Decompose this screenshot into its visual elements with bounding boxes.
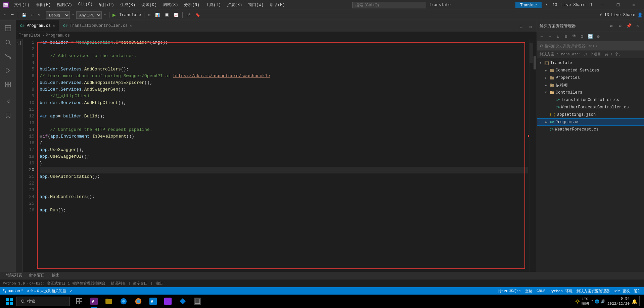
tab-translation-controller[interactable]: C# TranslationController.cs ✕ [59, 20, 136, 32]
tab-output[interactable]: 输出 [48, 272, 63, 279]
menu-debug[interactable]: 调试(D) [139, 1, 159, 8]
toolbar-perf[interactable]: 📊 [153, 12, 162, 18]
toolbar-git[interactable]: ⎇ [184, 12, 193, 18]
weather-info[interactable]: 1°C 晴朗 [575, 297, 589, 306]
tray-volume[interactable]: 🔊 [601, 299, 605, 304]
menu-edit[interactable]: 编辑(E) [33, 1, 54, 8]
maximize-button[interactable]: □ [610, 0, 626, 10]
status-line[interactable]: 行:20 字符:1 [498, 289, 521, 294]
menu-project[interactable]: 项目(P) [96, 1, 117, 8]
se-filter[interactable]: ⊡ [579, 33, 586, 40]
status-git[interactable]: master* [3, 289, 23, 293]
breadcrumb-translate[interactable]: Translate [19, 33, 41, 38]
taskbar-search-box[interactable]: 搜索 [16, 297, 70, 306]
tab-program-cs-close[interactable]: ✕ [53, 24, 55, 28]
activity-bookmark[interactable] [1, 109, 15, 122]
se-tree[interactable]: ▼ S Translate ▶ Connected Services ▶ Pro… [537, 58, 644, 272]
minimap-slider[interactable] [530, 43, 533, 63]
menu-window[interactable]: 窗口(W) [245, 1, 266, 8]
se-sync-active[interactable]: 🔄 [587, 33, 594, 40]
breadcrumb-file[interactable]: Program.cs [46, 33, 70, 38]
show-desktop[interactable] [639, 296, 641, 306]
toolbar-attach[interactable]: ⊞ [146, 12, 152, 18]
se-sync-btn[interactable]: ⇄ [608, 22, 615, 30]
notification-bell[interactable]: 🔔 [632, 299, 637, 304]
menu-bar[interactable]: 文件(F) 编辑(E) 视图(V) Git(G) 项目(P) 生成(B) 调试(… [11, 1, 288, 8]
minimap[interactable] [529, 39, 533, 272]
menu-analyze[interactable]: 分析(N) [181, 1, 202, 8]
menu-extensions[interactable]: 扩展(X) [224, 1, 245, 8]
menu-file[interactable]: 文件(F) [11, 1, 32, 8]
taskbar-black[interactable] [191, 295, 204, 308]
se-collapse[interactable]: ⊟ [562, 33, 570, 40]
status-python[interactable]: Python 环境 [549, 289, 572, 294]
tree-item-weather-forecast[interactable]: C# WeatherForecast.cs [537, 126, 644, 133]
menu-git[interactable]: Git(G) [76, 1, 95, 8]
status-crlf[interactable]: CRLF [537, 289, 545, 294]
taskbar-firefox[interactable] [132, 295, 145, 308]
bottom-error-list[interactable]: 错误列表 [111, 281, 126, 286]
toolbar-account[interactable]: 👤 [637, 12, 643, 18]
tree-item-weather-controller[interactable]: C# WeatherForecastController.cs [537, 104, 644, 111]
toolbar-redo[interactable]: ↪ [36, 12, 42, 18]
se-properties-btn[interactable]: ⚙ [616, 22, 624, 30]
activity-run[interactable] [1, 64, 15, 77]
tree-item-controllers[interactable]: ▼ Controllers [537, 89, 644, 96]
status-check[interactable]: ✓ [70, 289, 73, 293]
toolbar-save-all[interactable]: 💾 [20, 12, 29, 18]
menu-test[interactable]: 测试(S) [160, 1, 181, 8]
system-tray[interactable]: ⌃ 🌐 🔊 [591, 299, 605, 304]
se-back[interactable]: ← [538, 33, 546, 40]
scrollbar-thumb[interactable] [534, 56, 536, 69]
se-forward[interactable]: → [546, 33, 554, 40]
se-close-btn[interactable]: ✕ [634, 22, 641, 30]
toolbar-bookmark[interactable]: 🔖 [193, 12, 202, 18]
menu-view[interactable]: 视图(V) [54, 1, 75, 8]
tree-item-properties[interactable]: ▶ Properties [537, 74, 644, 82]
taskbar-task-view[interactable] [73, 295, 86, 308]
editor-container[interactable]: {} 1 2 3 4 5 6 7 8 9 10 11 12 13 [16, 39, 537, 272]
tab-command[interactable]: 命令窗口 [26, 272, 48, 279]
se-search-input[interactable] [545, 44, 641, 48]
se-pin-btn[interactable]: 📌 [625, 22, 633, 30]
activity-extensions[interactable] [1, 78, 15, 91]
tree-item-translation-controller[interactable]: C# TranslationController.cs [537, 96, 644, 104]
toolbar-undo[interactable]: ↩ [29, 12, 36, 18]
debug-config-dropdown[interactable]: Debug Release [46, 11, 70, 19]
activity-search[interactable] [1, 36, 15, 49]
status-selection[interactable]: 空格 [525, 289, 533, 294]
se-refresh[interactable]: ↻ [554, 33, 562, 40]
tab-program-cs[interactable]: C# Program.cs ✕ [16, 20, 59, 32]
run-label[interactable]: Translate [118, 13, 142, 17]
start-button[interactable] [3, 295, 16, 308]
activity-live-share[interactable] [1, 95, 15, 108]
tree-item-connected-services[interactable]: ▶ Connected Services [537, 67, 644, 74]
tree-item-translate[interactable]: ▼ S Translate [537, 59, 644, 67]
status-notify[interactable]: 通知 [634, 289, 641, 294]
taskbar-file-explorer[interactable] [102, 295, 116, 308]
clock[interactable]: 9:54 2022/12/20 [607, 296, 630, 307]
ls-text[interactable]: Live Share [611, 13, 635, 17]
translate-button[interactable]: Translate [515, 2, 542, 8]
status-se-btn[interactable]: 解决方案资源管理器 [577, 289, 610, 294]
toolbar-back[interactable]: ⬅ [1, 12, 8, 18]
profile-icon[interactable]: R [590, 2, 592, 8]
menu-build[interactable]: 生成(B) [118, 1, 138, 8]
tray-chevron[interactable]: ⌃ [591, 299, 593, 304]
taskbar-blue-diamond[interactable] [176, 295, 189, 308]
close-button[interactable]: ✕ [626, 0, 641, 10]
se-search-bar[interactable] [537, 41, 644, 51]
se-settings[interactable]: ⚙ [595, 33, 602, 40]
bottom-output[interactable]: 输出 [155, 281, 163, 286]
bottom-cmd[interactable]: 命令窗口 [133, 281, 148, 286]
menu-help[interactable]: 帮助(H) [267, 1, 288, 8]
minimize-button[interactable]: ─ [595, 0, 610, 10]
toolbar-forward[interactable]: ⮕ [8, 12, 16, 18]
activity-source-control[interactable] [1, 50, 15, 63]
tree-item-dependencies[interactable]: ▶ ↓ 依赖项 [537, 82, 644, 89]
taskbar-vs-blue[interactable]: V [146, 295, 160, 308]
title-search-input[interactable] [352, 2, 426, 8]
more-actions-button[interactable]: ⚙ [526, 22, 535, 32]
split-editor-button[interactable]: ⊞ [516, 22, 526, 32]
code-editor[interactable]: var builder = WebApplication.CreateBuild… [37, 39, 528, 272]
